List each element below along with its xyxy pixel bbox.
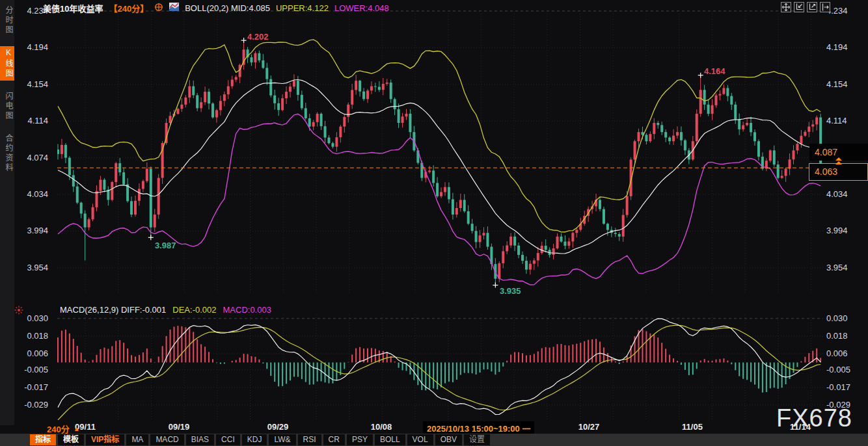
x-date-label: 10/08 [371,422,392,432]
sidebar: 分时图 K线图 闪电图 合约资料 [0,0,14,425]
toolbar-item-settings[interactable]: 设置 [464,434,490,445]
toolbar-item-vip[interactable]: VIP指标 [86,434,124,445]
toolbar-item-indicator[interactable]: 指标 [30,434,56,445]
macd-tick-label: -0.017 [826,382,865,392]
chart-header: 美债10年收益率 【240分】 BOLL(20,2) MID:4.085 UPP… [43,3,389,13]
extreme-markers [148,38,703,287]
low-annotation: 3.935 [500,286,521,296]
macd-tick-label: 0.006 [9,348,48,358]
chart-move-icon[interactable] [781,2,791,12]
toolbar-item-ma[interactable]: MA [126,434,148,445]
macd-tick-label: 0.030 [826,313,865,323]
toolbar-item-bias[interactable]: BIAS [186,434,214,445]
chevron-up-icon: ▲ [74,425,80,432]
macd-tick-label: -0.029 [9,400,48,410]
x-date-label: 09/29 [267,422,289,432]
sidebar-tab-kline[interactable]: K线图 [0,46,14,81]
high-annotation: 4.164 [704,66,726,76]
high-annotation: 4.202 [247,32,269,42]
macd-tick-label: -0.005 [826,365,865,374]
x-date-label: 11/05 [682,422,703,432]
chart-application: 分时图 K线图 闪电图 合约资料 美债10年收益率 【240分】 BOLL(20… [0,0,868,446]
toolbar-item-macd[interactable]: MACD [150,434,183,445]
indicator-toolbar: 指标 模板 VIP指标 MA MACD BIAS CCI KDJ LW& RSI… [0,434,868,446]
indicator-settings-icon[interactable] [14,306,23,317]
macd-tick-label: -0.005 [9,365,48,374]
low-annotation: 3.987 [155,241,176,250]
last-price-tag: 4.063 [809,163,868,181]
toolbar-item-obv[interactable]: OBV [435,434,462,445]
price-tick-label: 4.154 [826,79,865,89]
sidebar-tab-contract-info[interactable]: 合约资料 [0,132,14,175]
price-tick-label: 4.074 [9,153,48,163]
boll-lower-value: LOWER:4.048 [334,3,389,13]
instrument-title: 美债10年收益率 [43,2,103,14]
price-alert-icon[interactable] [835,157,843,165]
boll-mid-value: BOLL(20,2) MID:4.085 [185,3,270,13]
toolbar-item-psy[interactable]: PSY [347,434,373,445]
price-tick-label: 3.994 [9,226,48,235]
price-tick-label: 4.034 [9,189,48,199]
x-date-label: 11/14 [790,422,811,432]
x-axis: 09/11 09/19 09/29 10/08 10/27 11/05 11/1… [0,421,868,433]
toolbar-item-lw[interactable]: LW& [269,434,295,445]
toolbar-item-rsi[interactable]: RSI [298,434,321,445]
price-tick-label: 3.954 [9,263,48,272]
toolbar-item-kdj[interactable]: KDJ [242,434,267,445]
crosshair-toggle-icon[interactable] [154,3,163,14]
toolbar-item-cci[interactable]: CCI [216,434,240,445]
crosshair-date-label: 2025/10/13 15:00~19:00 一 [423,421,534,435]
toolbar-item-template[interactable]: 模板 [58,434,84,445]
boll-upper-value: UPPER:4.122 [276,3,329,13]
macd-name-diff: MACD(26,12,9) DIFF:-0.001 [60,305,166,315]
chart-tool-buttons [781,2,830,12]
macd-tick-label: 0.018 [826,331,865,341]
price-tick-label: 4.234 [826,6,865,16]
x-date-label: 10/27 [578,422,600,432]
price-tick-label: 4.034 [826,189,865,199]
toolbar-item-vol[interactable]: VOL [407,434,433,445]
macd-bar-value: MACD:0.003 [223,305,271,315]
price-tick-label: 3.994 [826,226,865,235]
macd-header: MACD(26,12,9) DIFF:-0.001 DEA:-0.002 MAC… [60,305,271,315]
toolbar-item-cr[interactable]: CR [323,434,345,445]
price-tick-label: 4.114 [826,116,865,125]
axis-zoom-in-icon[interactable] [794,2,804,12]
price-tick-label: 4.154 [9,79,48,89]
price-tick-label: 4.194 [826,42,865,52]
toolbar-item-boll[interactable]: BOLL [375,434,405,445]
sidebar-tab-flash[interactable]: 闪电图 [0,90,14,123]
price-tick-label: 4.194 [9,42,48,52]
macd-dea-value: DEA:-0.002 [172,305,216,315]
x-date-label: 09/19 [169,422,190,432]
period-label[interactable]: 【240分】 [109,2,148,14]
macd-tick-label: 0.018 [9,331,48,341]
mini-chart-icon[interactable] [169,3,179,13]
price-tick-label: 4.114 [9,116,48,125]
sidebar-tab-timeline[interactable]: 分时图 [0,4,14,37]
axis-zoom-out-icon[interactable] [807,2,817,12]
axis-pan-right-icon[interactable] [820,2,830,12]
price-tick-label: 4.234 [9,6,48,16]
price-tick-label: 3.954 [826,263,865,272]
macd-tick-label: -0.017 [9,382,48,392]
macd-tick-label: 0.006 [826,348,865,358]
